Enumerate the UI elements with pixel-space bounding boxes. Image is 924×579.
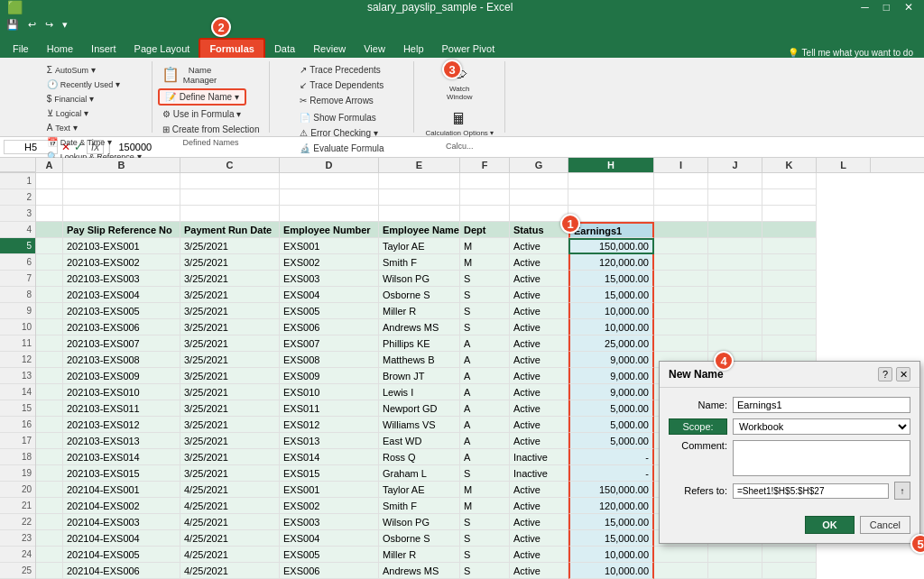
col-header-k[interactable]: K	[762, 158, 817, 172]
cell[interactable]: East WD	[379, 433, 460, 449]
col-header-l[interactable]: L	[817, 158, 871, 172]
cell[interactable]	[708, 319, 762, 335]
table-row[interactable]: 202104-EXS0064/25/2021EXS006Andrews MSSA…	[36, 563, 924, 579]
cell[interactable]: Osborne S	[379, 530, 460, 547]
cell[interactable]	[63, 173, 180, 189]
cell[interactable]: EXS012	[280, 417, 379, 433]
cell[interactable]: EXS006	[280, 319, 379, 335]
cell[interactable]	[762, 254, 817, 271]
cell[interactable]: 4/25/2021	[180, 530, 280, 547]
cell[interactable]: Active	[510, 433, 568, 449]
cell[interactable]: Phillips KE	[379, 335, 460, 352]
cell[interactable]	[762, 173, 817, 189]
cell[interactable]	[36, 206, 63, 222]
cell[interactable]: 202104-EXS006	[63, 563, 180, 579]
cell[interactable]: 202103-EXS008	[63, 352, 180, 368]
create-from-selection-button[interactable]: ⊞ Create from Selection	[158, 123, 264, 136]
cell[interactable]: 150,000.00	[568, 238, 654, 254]
tab-insert[interactable]: Insert	[82, 40, 125, 58]
cell[interactable]: -	[568, 449, 654, 465]
cell[interactable]: 5,000.00	[568, 433, 654, 449]
cell[interactable]: Active	[510, 368, 568, 384]
cell[interactable]: Smith F	[379, 498, 460, 514]
cell[interactable]: 202104-EXS001	[63, 482, 180, 498]
cell[interactable]: A	[460, 449, 510, 465]
cell[interactable]: 9,000.00	[568, 352, 654, 368]
cell[interactable]: Active	[510, 352, 568, 368]
evaluate-formula-button[interactable]: 🔬 Evaluate Formula	[295, 142, 388, 155]
dialog-name-input[interactable]	[733, 397, 910, 413]
cell[interactable]	[654, 303, 708, 319]
cell[interactable]	[762, 206, 817, 222]
cell[interactable]: EXS013	[280, 433, 379, 449]
undo-quick-btn[interactable]: ↩	[25, 18, 39, 32]
cell[interactable]: 9,000.00	[568, 368, 654, 384]
col-header-g[interactable]: G	[510, 158, 568, 172]
table-row[interactable]: 202103-EXS0063/25/2021EXS006Andrews MSSA…	[36, 319, 924, 335]
dialog-help-button[interactable]: ?	[878, 367, 892, 381]
calculation-options-button[interactable]: 🖩 Calculation Options ▾	[420, 107, 499, 140]
cell[interactable]: Earnings1	[568, 222, 654, 238]
cell[interactable]	[762, 319, 817, 335]
cell[interactable]: -	[568, 465, 654, 482]
cell[interactable]	[460, 173, 510, 189]
tab-power-pivot[interactable]: Power Pivot	[433, 40, 504, 58]
cell[interactable]: 202103-EXS014	[63, 449, 180, 465]
cell[interactable]: S	[460, 514, 510, 530]
cell[interactable]: Pay Slip Reference No	[63, 222, 180, 238]
col-header-a[interactable]: A	[36, 158, 63, 172]
cell[interactable]: 3/25/2021	[180, 335, 280, 352]
cell[interactable]	[708, 222, 762, 238]
cell[interactable]	[568, 173, 654, 189]
cell[interactable]: S	[460, 303, 510, 319]
cell[interactable]: 3/25/2021	[180, 368, 280, 384]
redo-quick-btn[interactable]: ↪	[42, 18, 56, 32]
cell[interactable]: Active	[510, 482, 568, 498]
cell[interactable]: 202103-EXS013	[63, 433, 180, 449]
cell[interactable]: EXS015	[280, 465, 379, 482]
cell[interactable]: M	[460, 482, 510, 498]
dialog-controls[interactable]: ? ✕	[878, 367, 910, 381]
dialog-scope-select[interactable]: Workbook	[733, 418, 910, 435]
cell[interactable]: 3/25/2021	[180, 238, 280, 254]
cell[interactable]	[762, 335, 817, 352]
cell[interactable]: Taylor AE	[379, 238, 460, 254]
cell[interactable]: 15,000.00	[568, 514, 654, 530]
cell[interactable]: Active	[510, 271, 568, 287]
cell[interactable]: Andrews MS	[379, 563, 460, 579]
cell[interactable]	[460, 189, 510, 206]
cell[interactable]: EXS008	[280, 352, 379, 368]
cell[interactable]	[510, 189, 568, 206]
cell[interactable]	[36, 417, 63, 433]
cell[interactable]	[36, 449, 63, 465]
cell[interactable]: Newport GD	[379, 400, 460, 417]
cell[interactable]: Active	[510, 400, 568, 417]
cell[interactable]	[36, 498, 63, 514]
cell[interactable]: 25,000.00	[568, 335, 654, 352]
cell[interactable]: EXS002	[280, 254, 379, 271]
tab-page-layout[interactable]: Page Layout	[125, 40, 199, 58]
define-name-button[interactable]: 📝 Define Name ▾	[158, 88, 246, 106]
cell[interactable]: Active	[510, 530, 568, 547]
cell[interactable]: Active	[510, 417, 568, 433]
cell[interactable]: 202104-EXS005	[63, 547, 180, 563]
cell[interactable]	[63, 189, 180, 206]
tab-review[interactable]: Review	[304, 40, 355, 58]
cell[interactable]: Williams VS	[379, 417, 460, 433]
cell[interactable]: 3/25/2021	[180, 303, 280, 319]
cell[interactable]: 202103-EXS015	[63, 465, 180, 482]
cell[interactable]: 202103-EXS006	[63, 319, 180, 335]
col-header-e[interactable]: E	[379, 158, 460, 172]
remove-arrows-button[interactable]: ✂ Remove Arrows	[295, 94, 378, 107]
qa-dropdown-btn[interactable]: ▾	[60, 18, 70, 32]
cell[interactable]: 3/25/2021	[180, 417, 280, 433]
cell[interactable]: A	[460, 352, 510, 368]
cell[interactable]: Miller R	[379, 547, 460, 563]
cell[interactable]: 15,000.00	[568, 271, 654, 287]
cell[interactable]: 202103-EXS011	[63, 400, 180, 417]
cell[interactable]: Smith F	[379, 254, 460, 271]
dialog-ok-button[interactable]: OK	[805, 516, 855, 534]
cell[interactable]: 3/25/2021	[180, 271, 280, 287]
cell[interactable]: Taylor AE	[379, 482, 460, 498]
cell[interactable]: 10,000.00	[568, 319, 654, 335]
